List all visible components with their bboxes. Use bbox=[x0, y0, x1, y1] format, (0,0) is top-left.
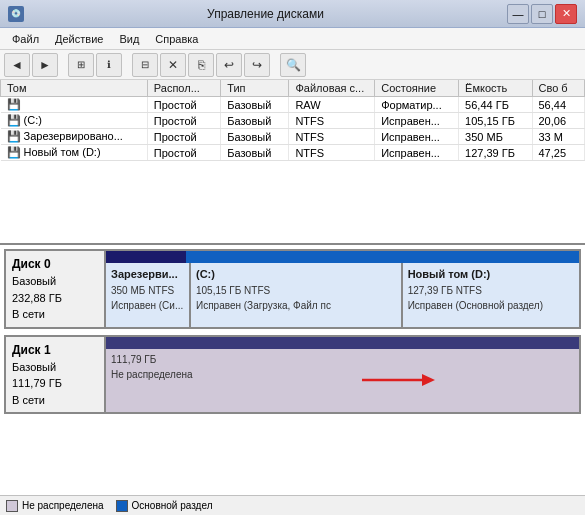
col-header-capacity[interactable]: Ёмкость bbox=[459, 80, 532, 97]
col-header-status[interactable]: Состояние bbox=[375, 80, 459, 97]
row3-name: 💾 Новый том (D:) bbox=[1, 145, 148, 161]
disk-panels-container[interactable]: Диск 0 Базовый 232,88 ГБ В сети Зарезерв… bbox=[0, 245, 585, 495]
d-part-status: Исправен (Основной раздел) bbox=[408, 298, 574, 313]
copy-button[interactable]: ⎘ bbox=[188, 53, 214, 77]
c-part-name: (C:) bbox=[196, 266, 396, 283]
disk1-panel: Диск 1 Базовый 111,79 ГБ В сети 111,79 Г… bbox=[4, 335, 581, 415]
table-row[interactable]: 💾 Простой Базовый RAW Форматир... 56,44 … bbox=[1, 97, 585, 113]
help-button[interactable]: ℹ bbox=[96, 53, 122, 77]
table-row[interactable]: 💾 Зарезервировано... Простой Базовый NTF… bbox=[1, 129, 585, 145]
row1-capacity: 105,15 ГБ bbox=[459, 113, 532, 129]
disk1-partition-unallocated[interactable]: 111,79 ГБ Не распределена bbox=[106, 349, 579, 413]
unalloc-part-info: 111,79 ГБ bbox=[111, 352, 574, 367]
disk0-name: Диск 0 bbox=[12, 255, 98, 273]
row3-capacity: 127,39 ГБ bbox=[459, 145, 532, 161]
close-button[interactable]: ✕ bbox=[555, 4, 577, 24]
row2-type: Базовый bbox=[221, 129, 289, 145]
col-header-layout[interactable]: Распол... bbox=[147, 80, 220, 97]
row3-type: Базовый bbox=[221, 145, 289, 161]
search-button[interactable]: 🔍 bbox=[280, 53, 306, 77]
legend-box-unallocated bbox=[6, 500, 18, 512]
disk-icon: 💾 bbox=[7, 98, 21, 110]
minimize-button[interactable]: — bbox=[507, 4, 529, 24]
row2-capacity: 350 МБ bbox=[459, 129, 532, 145]
forward-button[interactable]: ► bbox=[32, 53, 58, 77]
disk0-bar-reserved bbox=[106, 251, 186, 263]
legend-unallocated: Не распределена bbox=[6, 500, 104, 512]
disk0-bar-data bbox=[186, 251, 579, 263]
row3-status: Исправен... bbox=[375, 145, 459, 161]
disk0-type: Базовый bbox=[12, 273, 98, 290]
disk1-bar-unalloc bbox=[106, 337, 579, 349]
menu-action[interactable]: Действие bbox=[47, 31, 111, 47]
legend-mainpart: Основной раздел bbox=[116, 500, 213, 512]
redo-button[interactable]: ↪ bbox=[244, 53, 270, 77]
c-part-status: Исправен (Загрузка, Файл пс bbox=[196, 298, 396, 313]
arrow-indicator bbox=[357, 369, 437, 391]
disk0-size: 232,88 ГБ bbox=[12, 290, 98, 307]
col-header-type[interactable]: Тип bbox=[221, 80, 289, 97]
svg-marker-1 bbox=[422, 374, 435, 386]
table-row[interactable]: 💾 (C:) Простой Базовый NTFS Исправен... … bbox=[1, 113, 585, 129]
delete-button[interactable]: ✕ bbox=[160, 53, 186, 77]
reserved-part-name: Зарезерви... bbox=[111, 266, 184, 283]
menu-bar: Файл Действие Вид Справка bbox=[0, 28, 585, 50]
back-button[interactable]: ◄ bbox=[4, 53, 30, 77]
row1-status: Исправен... bbox=[375, 113, 459, 129]
menu-view[interactable]: Вид bbox=[111, 31, 147, 47]
disk0-partition-d[interactable]: Новый том (D:) 127,39 ГБ NTFS Исправен (… bbox=[403, 263, 579, 327]
menu-file[interactable]: Файл bbox=[4, 31, 47, 47]
window-controls: — □ ✕ bbox=[507, 4, 577, 24]
col-header-free[interactable]: Сво б bbox=[532, 80, 585, 97]
undo-button[interactable]: ↩ bbox=[216, 53, 242, 77]
row2-name: 💾 Зарезервировано... bbox=[1, 129, 148, 145]
col-header-tom[interactable]: Том bbox=[1, 80, 148, 97]
row0-capacity: 56,44 ГБ bbox=[459, 97, 532, 113]
table-scroll[interactable]: Том Распол... Тип Файловая с... Состояни… bbox=[0, 80, 585, 243]
reserved-part-status: Исправен (Си... bbox=[111, 298, 184, 313]
table-row[interactable]: 💾 Новый том (D:) Простой Базовый NTFS Ис… bbox=[1, 145, 585, 161]
title-bar: 💿 Управление дисками — □ ✕ bbox=[0, 0, 585, 28]
row1-name: 💾 (C:) bbox=[1, 113, 148, 129]
c-part-info: 105,15 ГБ NTFS bbox=[196, 283, 396, 298]
col-header-fs[interactable]: Файловая с... bbox=[289, 80, 375, 97]
disk-icon: 💾 bbox=[7, 130, 24, 142]
row2-free: 33 М bbox=[532, 129, 585, 145]
disk0-partitions-container: Зарезерви... 350 МБ NTFS Исправен (Си...… bbox=[106, 251, 579, 327]
disk1-partitions-container: 111,79 ГБ Не распределена bbox=[106, 337, 579, 413]
row2-fs: NTFS bbox=[289, 129, 375, 145]
row1-fs: NTFS bbox=[289, 113, 375, 129]
row2-layout: Простой bbox=[147, 129, 220, 145]
disk0-partition-row: Зарезерви... 350 МБ NTFS Исправен (Си...… bbox=[106, 263, 579, 327]
legend-unallocated-label: Не распределена bbox=[22, 500, 104, 511]
disk-icon: 💾 bbox=[7, 146, 24, 158]
main-content: Том Распол... Тип Файловая с... Состояни… bbox=[0, 80, 585, 495]
disk0-bar bbox=[106, 251, 579, 263]
properties-button[interactable]: ⊞ bbox=[68, 53, 94, 77]
row0-name: 💾 bbox=[1, 97, 148, 113]
row1-type: Базовый bbox=[221, 113, 289, 129]
disk-icon: 💾 bbox=[7, 114, 24, 126]
disk1-type: Базовый bbox=[12, 359, 98, 376]
row3-layout: Простой bbox=[147, 145, 220, 161]
disk0-partition-reserved[interactable]: Зарезерви... 350 МБ NTFS Исправен (Си... bbox=[106, 263, 191, 327]
row0-status: Форматир... bbox=[375, 97, 459, 113]
row3-free: 47,25 bbox=[532, 145, 585, 161]
disk0-partition-c[interactable]: (C:) 105,15 ГБ NTFS Исправен (Загрузка, … bbox=[191, 263, 403, 327]
disk0-status: В сети bbox=[12, 306, 98, 323]
disk1-size: 111,79 ГБ bbox=[12, 375, 98, 392]
status-bar: Не распределена Основной раздел bbox=[0, 495, 585, 515]
app-icon: 💿 bbox=[8, 6, 24, 22]
menu-help[interactable]: Справка bbox=[147, 31, 206, 47]
row2-status: Исправен... bbox=[375, 129, 459, 145]
new-button[interactable]: ⊟ bbox=[132, 53, 158, 77]
d-part-name: Новый том (D:) bbox=[408, 266, 574, 283]
disk0-info: Диск 0 Базовый 232,88 ГБ В сети bbox=[6, 251, 106, 327]
row1-layout: Простой bbox=[147, 113, 220, 129]
row1-free: 20,06 bbox=[532, 113, 585, 129]
volume-table: Том Распол... Тип Файловая с... Состояни… bbox=[0, 80, 585, 161]
disk0-panel: Диск 0 Базовый 232,88 ГБ В сети Зарезерв… bbox=[4, 249, 581, 329]
maximize-button[interactable]: □ bbox=[531, 4, 553, 24]
reserved-part-info: 350 МБ NTFS bbox=[111, 283, 184, 298]
red-arrow-icon bbox=[357, 369, 437, 391]
